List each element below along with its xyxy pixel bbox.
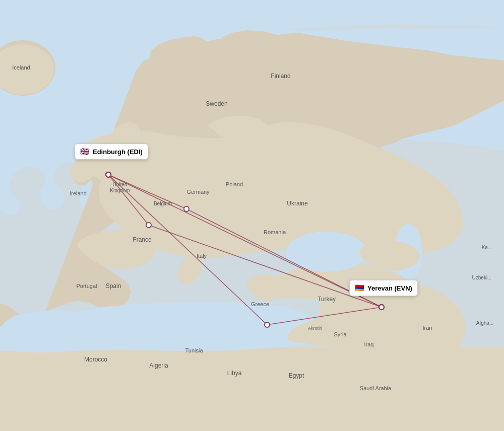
svg-text:Turkey: Turkey <box>318 296 336 303</box>
svg-text:Tunisia: Tunisia <box>185 347 203 353</box>
svg-text:Finland: Finland <box>271 73 290 80</box>
svg-text:Iran: Iran <box>423 325 432 331</box>
svg-text:Egypt: Egypt <box>289 372 304 379</box>
svg-point-28 <box>146 223 151 228</box>
svg-text:Iraq: Iraq <box>364 341 374 347</box>
svg-point-30 <box>265 322 270 327</box>
svg-point-29 <box>184 206 189 211</box>
svg-text:Poland: Poland <box>226 181 243 187</box>
svg-text:France: France <box>133 236 152 243</box>
svg-text:Italy: Italy <box>197 253 207 259</box>
svg-text:Iceland: Iceland <box>12 64 30 70</box>
svg-text:Libya: Libya <box>227 370 242 377</box>
svg-text:Greece: Greece <box>251 301 269 307</box>
svg-text:Morocco: Morocco <box>84 356 107 363</box>
svg-text:Spain: Spain <box>106 282 121 290</box>
svg-text:Germany: Germany <box>186 189 210 195</box>
svg-text:United: United <box>113 182 128 187</box>
svg-text:Sweden: Sweden <box>206 100 227 107</box>
svg-text:Akrotiri: Akrotiri <box>308 326 322 331</box>
svg-text:Saudi Arabia: Saudi Arabia <box>360 385 392 391</box>
svg-point-62 <box>379 305 384 310</box>
svg-text:Romania: Romania <box>264 229 286 235</box>
svg-text:Afgha...: Afgha... <box>476 320 493 326</box>
svg-point-61 <box>106 172 111 177</box>
svg-text:Belgium: Belgium <box>154 201 172 206</box>
svg-text:Ukraine: Ukraine <box>287 200 308 207</box>
svg-text:Portugal: Portugal <box>77 283 97 289</box>
svg-text:Syria: Syria <box>334 331 347 337</box>
svg-text:Ireland: Ireland <box>70 190 87 196</box>
svg-text:Uzbeki...: Uzbeki... <box>472 275 492 280</box>
svg-text:Algeria: Algeria <box>149 362 168 369</box>
svg-text:Ka...: Ka... <box>482 245 492 250</box>
svg-point-10 <box>286 232 367 272</box>
svg-text:Kingdom: Kingdom <box>110 188 130 193</box>
map-container: Iceland Ireland United Kingdom Sweden Fi… <box>0 0 504 431</box>
